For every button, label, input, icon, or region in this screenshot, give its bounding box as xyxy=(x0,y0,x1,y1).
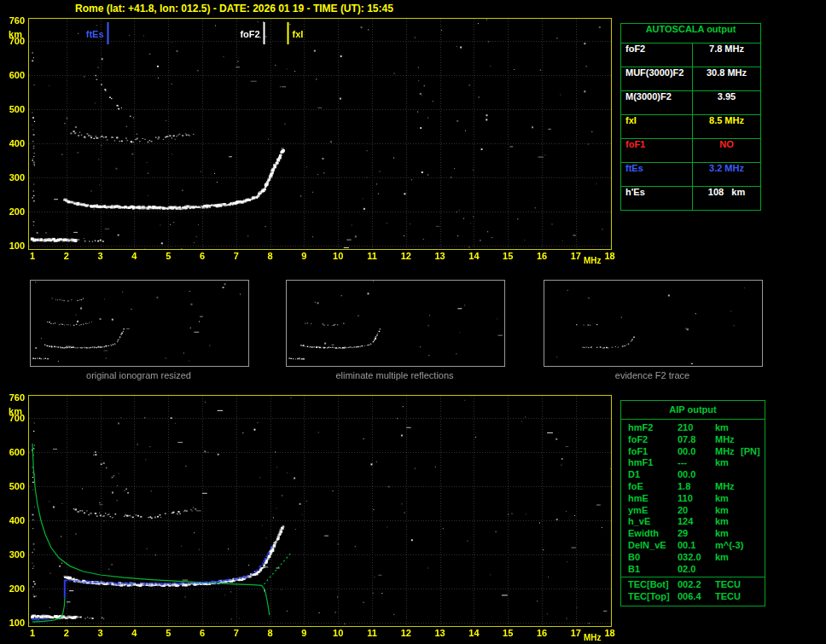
aip-label: ymE xyxy=(628,505,678,517)
aip-row-DelN_vE: DelN_vE00.1m^(-3) xyxy=(628,540,765,552)
x-tick-8: 8 xyxy=(263,629,278,638)
y-tick-300: 300 xyxy=(1,173,25,183)
aip-unit: km xyxy=(715,422,741,434)
aip-table-body: hmF2210kmfoF207.8MHzfoF100.0MHz[PN]hmF1-… xyxy=(621,420,765,577)
aip-note xyxy=(741,505,765,517)
y-tick-400: 400 xyxy=(1,139,25,148)
autoscala-param-value: NO xyxy=(693,139,760,162)
autoscala-row-h'Es: h'Es108 km xyxy=(621,187,760,210)
autoscala-row-fxI: fxI8.5 MHz xyxy=(621,115,760,139)
aip-note xyxy=(741,591,765,603)
aip-value: 20 xyxy=(678,505,715,517)
x-tick-5: 5 xyxy=(160,252,176,261)
x-tick-16: 16 xyxy=(534,629,550,638)
aip-value: 002.2 xyxy=(678,579,715,591)
aip-row-B0: B0032.0km xyxy=(628,552,765,564)
aip-value: 032.0 xyxy=(678,552,715,564)
thumbnail-original-ionogram xyxy=(30,280,249,367)
x-tick-13: 13 xyxy=(433,629,448,638)
aip-unit: MHz xyxy=(715,434,741,446)
autoscala-param-label: h'Es xyxy=(621,187,693,210)
x-tick-4: 4 xyxy=(126,252,142,261)
x-tick-9: 9 xyxy=(296,252,311,261)
aip-label: B0 xyxy=(628,552,678,564)
autoscala-window: Rome (lat: +41.8, lon: 012.5) - DATE: 20… xyxy=(0,0,826,644)
y-tick-300: 300 xyxy=(1,550,25,560)
ionogram-canvas-bottom xyxy=(29,396,611,626)
aip-value: 02.0 xyxy=(678,564,715,576)
x-tick-6: 6 xyxy=(195,629,210,638)
aip-output-table: AIP output hmF2210kmfoF207.8MHzfoF100.0M… xyxy=(620,400,765,606)
aip-unit: km xyxy=(715,516,741,528)
y-tick-760: 760 xyxy=(1,16,25,26)
aip-row-h_vE: h_vE124km xyxy=(628,516,765,528)
aip-tec-section: TEC[Bot]002.2TECUTEC[Top]006.4TECU xyxy=(621,577,765,606)
x-tick-12: 12 xyxy=(398,252,414,261)
autoscala-row-ftEs: ftEs3.2 MHz xyxy=(621,163,760,187)
x-tick-17: 17 xyxy=(568,252,584,261)
thumbnail-eliminate-canvas xyxy=(287,281,503,364)
x-axis-unit-label: MHz xyxy=(584,633,602,642)
y-tick-200: 200 xyxy=(1,207,25,217)
station-date-title: Rome (lat: +41.8, lon: 012.5) - DATE: 20… xyxy=(75,3,393,15)
y-tick-400: 400 xyxy=(1,516,25,525)
x-tick-6: 6 xyxy=(195,252,210,261)
aip-value: 210 xyxy=(678,422,715,434)
aip-label: h_vE xyxy=(628,516,678,528)
x-tick-10: 10 xyxy=(330,252,346,261)
autoscala-param-value: 3.2 MHz xyxy=(693,163,760,186)
aip-unit: km xyxy=(715,493,741,505)
thumbnail-original-canvas xyxy=(31,281,247,364)
ionogram-plot-top xyxy=(28,18,612,250)
aip-row-Ewidth: Ewidth29km xyxy=(628,528,765,540)
aip-value: --- xyxy=(678,457,715,469)
aip-unit: MHz xyxy=(715,481,741,493)
y-tick-100: 100 xyxy=(1,618,25,628)
y-tick-700: 700 xyxy=(1,414,25,423)
x-tick-13: 13 xyxy=(433,252,448,261)
aip-label: foF2 xyxy=(628,434,678,446)
aip-label: DelN_vE xyxy=(628,540,678,552)
autoscala-param-label: fxI xyxy=(621,115,693,138)
thumbnail-caption-original: original ionogram resized xyxy=(30,370,247,380)
aip-unit: m^(-3) xyxy=(715,540,741,552)
autoscala-param-label: foF1 xyxy=(621,139,693,162)
y-tick-200: 200 xyxy=(1,584,25,594)
autoscala-table-title: AUTOSCALA output xyxy=(621,24,760,44)
thumbnail-evidence-canvas xyxy=(544,281,760,364)
autoscala-param-label: foF2 xyxy=(621,44,693,67)
aip-label: foF1 xyxy=(628,446,678,458)
aip-unit xyxy=(715,564,741,576)
aip-note xyxy=(741,516,765,528)
x-tick-14: 14 xyxy=(466,629,481,638)
aip-label: hmF2 xyxy=(628,422,678,434)
x-tick-11: 11 xyxy=(364,629,380,638)
thumbnail-evidence-f2 xyxy=(544,280,763,367)
ionogram-canvas-top xyxy=(29,19,611,249)
aip-value: 00.0 xyxy=(678,446,715,458)
y-tick-500: 500 xyxy=(1,482,25,491)
aip-row-foE: foE1.8MHz xyxy=(628,481,765,493)
aip-row-hmF2: hmF2210km xyxy=(628,422,765,434)
x-tick-2: 2 xyxy=(59,629,74,638)
x-tick-18: 18 xyxy=(602,252,618,261)
aip-table-title: AIP output xyxy=(621,401,765,420)
y-axis-unit-label: km xyxy=(5,406,26,416)
aip-label: TEC[Bot] xyxy=(628,579,678,591)
ionogram-plot-bottom xyxy=(28,395,612,627)
aip-label: TEC[Top] xyxy=(628,591,678,603)
aip-note xyxy=(741,552,765,564)
x-tick-5: 5 xyxy=(160,629,176,638)
autoscala-output-table: AUTOSCALA output foF27.8 MHzMUF(3000)F23… xyxy=(620,23,761,211)
aip-label: foE xyxy=(628,481,678,493)
autoscala-row-foF1: foF1NO xyxy=(621,139,760,163)
aip-value: 124 xyxy=(678,516,715,528)
aip-note xyxy=(741,540,765,552)
x-tick-1: 1 xyxy=(25,252,40,261)
aip-note: [PN] xyxy=(741,446,765,458)
x-tick-4: 4 xyxy=(126,629,142,638)
aip-note xyxy=(741,469,765,481)
x-tick-15: 15 xyxy=(500,252,515,261)
aip-label: D1 xyxy=(628,469,678,481)
x-tick-2: 2 xyxy=(59,252,74,261)
